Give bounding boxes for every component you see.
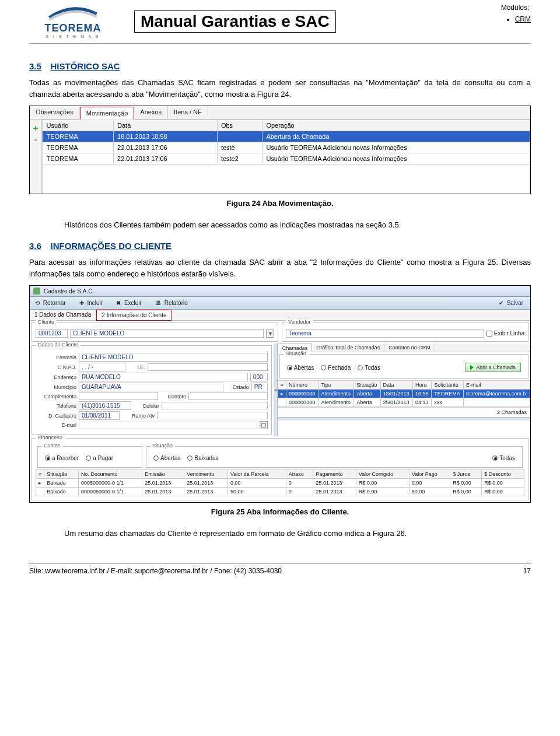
figure-25-screenshot: Cadastro de S.A.C. ⟲ Retornar ✚ Incluir …: [29, 285, 531, 503]
right-panel: Chamadas Gráfico Total de Chamadas Conta…: [277, 344, 530, 436]
table-row[interactable]: ▸ 000000000 Atendimento Aberta 18/01/201…: [278, 390, 530, 398]
financeiro-group: Financeiro Contas a Receber a Pagar Situ…: [32, 438, 528, 500]
modules-label: Módulos:: [501, 3, 531, 12]
salvar-button[interactable]: ✔ Salvar: [497, 299, 527, 307]
footer-contact: Site: www.teorema.inf.br / E-mail: supor…: [29, 567, 282, 575]
vendedor-value[interactable]: Teorema: [286, 329, 484, 338]
dropdown-icon[interactable]: ▾: [266, 330, 274, 338]
excluir-button[interactable]: ✖ Excluir: [114, 299, 145, 307]
municipio-input[interactable]: GUARAPUAVA: [79, 383, 223, 391]
tab-movimentacao[interactable]: Movimentação: [80, 107, 135, 120]
tab-anexos[interactable]: Anexos: [134, 106, 168, 119]
email-lookup-icon[interactable]: ▢: [260, 421, 268, 429]
dados-cliente-group: Dados do Cliente FantasiaCLIENTE MODELO …: [32, 345, 272, 434]
row-marker-icon: ≡: [34, 137, 37, 143]
cliente-group: Cliente 0001203 CLIENTE MODELO ▾: [32, 323, 278, 342]
checkbox-icon: [487, 331, 492, 337]
ie-input[interactable]: [148, 363, 268, 371]
chamadas-grid: ≡ Número Tipo Situação Data Hora Solicit…: [278, 380, 530, 407]
fig24-grid: Usuário Data Obs Operação TEOREMA 18.01.…: [42, 120, 530, 194]
tab-observacoes[interactable]: Observações: [30, 106, 80, 119]
complemento-input[interactable]: [79, 392, 158, 400]
section-3-6-head: 3.6 INFORMAÇÕES DO CLIENTE: [29, 241, 531, 251]
logo-swoosh-icon: [47, 6, 99, 22]
fig24-sidebar: ＋ ≡: [30, 120, 42, 194]
contato-input[interactable]: [188, 392, 268, 400]
logo-text: TEOREMA: [45, 22, 102, 34]
radio-abertas[interactable]: Abertas: [287, 365, 314, 371]
section-3-6-para: Para acessar as informações relativas ao…: [29, 257, 531, 279]
window-title: Cadastro de S.A.C.: [44, 288, 94, 295]
logo: TEOREMA S I S T E M A S: [29, 6, 117, 38]
col-usuario[interactable]: Usuário: [43, 120, 114, 131]
table-row[interactable]: TEOREMA 18.01.2013 10:58 Abertura da Cha…: [43, 131, 530, 142]
email-input[interactable]: [79, 422, 257, 429]
dcadastro-input[interactable]: 01/08/2011: [79, 411, 120, 420]
doc-title: Manual Garantias e SAC: [134, 10, 336, 33]
cnpj-input[interactable]: . . / -: [79, 363, 125, 371]
telefone-input[interactable]: (41)3016-1515: [79, 401, 131, 410]
fig25-toolbar: ⟲ Retornar ✚ Incluir ✖ Excluir 🖶 Relatór…: [30, 297, 530, 310]
estado-input[interactable]: PR: [251, 383, 268, 391]
figure-24-caption: Figura 24 Aba Movimentação.: [29, 199, 531, 208]
cliente-label: Cliente: [36, 319, 57, 325]
radio-fin-todas[interactable]: Todas: [492, 455, 515, 461]
col-obs[interactable]: Obs: [217, 120, 262, 131]
chamadas-count: 2 Chamadas: [278, 407, 530, 417]
fig25-main-tabs: 1 Dados da Chamada 2 Informações do Clie…: [30, 310, 530, 321]
radio-fin-abertas[interactable]: Abertas: [153, 455, 180, 461]
logo-subtext: S I S T E M A S: [46, 34, 100, 38]
radio-a-pagar[interactable]: a Pagar: [86, 455, 113, 461]
doc-footer: Site: www.teorema.inf.br / E-mail: supor…: [29, 563, 531, 575]
play-icon: [470, 365, 474, 370]
tab-info-cliente[interactable]: 2 Informações do Cliente: [96, 310, 172, 321]
cliente-code[interactable]: 0001203: [36, 329, 68, 338]
table-row[interactable]: Baixado 0000060000-0 1/1 25.01.2013 25.0…: [36, 488, 524, 496]
section-3-5-title: HISTÓRICO SAC: [50, 61, 120, 71]
table-row[interactable]: TEOREMA 22.01.2013 17:06 teste2 Usuário …: [43, 153, 530, 164]
endereco-input[interactable]: RUA MODELO: [79, 373, 248, 381]
financeiro-grid: ≡ Situação No. Documento Emissão Vencime…: [36, 469, 524, 496]
add-icon[interactable]: ＋: [32, 123, 40, 134]
tab-itens-nf[interactable]: Itens / NF: [168, 106, 208, 119]
incluir-button[interactable]: ✚ Incluir: [78, 299, 106, 307]
exibir-linha-checkbox[interactable]: Exibir Linha: [487, 330, 524, 337]
figure-24-screenshot: Observações Movimentação Anexos Itens / …: [29, 106, 531, 194]
window-icon: [33, 288, 40, 295]
modules-block: Módulos: CRM: [501, 3, 531, 23]
table-row[interactable]: TEOREMA 22.01.2013 17:06 teste Usuário T…: [43, 142, 530, 153]
page-number: 17: [523, 567, 531, 575]
table-row[interactable]: 000000000 Atendimento Aberta 25/01/2013 …: [278, 398, 530, 407]
situacao-group: Situação Abertas Fechada Todas Abrir a C…: [279, 354, 528, 378]
retornar-button[interactable]: ⟲ Retornar: [33, 299, 69, 307]
section-3-5-para: Todas as movimentações das Chamadas SAC …: [29, 77, 531, 100]
doc-header: TEOREMA S I S T E M A S Manual Garantias…: [29, 0, 531, 44]
ramo-input[interactable]: [157, 412, 268, 419]
fin-situacao-group: Situação Abertas Baixadas Todas: [146, 446, 523, 468]
section-3-6-num: 3.6: [29, 241, 41, 251]
abrir-chamada-button[interactable]: Abrir a Chamada: [465, 363, 521, 372]
right-subtabs: Chamadas Gráfico Total de Chamadas Conta…: [278, 344, 530, 352]
celular-input[interactable]: [162, 402, 268, 409]
table-row[interactable]: ▸ Baixado 0005000000-0 1/1 25.01.2013 25…: [36, 479, 524, 488]
section-3-6-title: INFORMAÇÕES DO CLIENTE: [50, 241, 172, 251]
mid-para: Históricos dos Clientes também podem ser…: [64, 219, 531, 231]
radio-todas[interactable]: Todas: [358, 365, 380, 371]
col-data[interactable]: Data: [114, 120, 218, 131]
radio-a-receber[interactable]: a Receber: [45, 455, 79, 461]
tab-grafico[interactable]: Gráfico Total de Chamadas: [312, 344, 384, 352]
end-para: Um resumo das chamadas do Cliente é repr…: [64, 528, 531, 539]
scrollbar[interactable]: [278, 417, 530, 420]
tab-contatos-crm[interactable]: Contatos no CRM: [384, 344, 435, 352]
vendedor-group: Vendedor Teorema Exibir Linha: [282, 323, 528, 342]
figure-25-caption: Figura 25 Aba Informações do Cliente.: [29, 507, 531, 516]
radio-fechada[interactable]: Fechada: [321, 365, 351, 371]
radio-fin-baixadas[interactable]: Baixadas: [187, 455, 218, 461]
fantasia-input[interactable]: CLIENTE MODELO: [79, 353, 268, 362]
dados-cliente-title: Dados do Cliente: [36, 342, 80, 348]
cliente-name[interactable]: CLIENTE MODELO: [70, 329, 264, 338]
col-operacao[interactable]: Operação: [262, 120, 530, 131]
relatorio-button[interactable]: 🖶 Relatório: [153, 299, 191, 307]
module-item: CRM: [515, 15, 531, 23]
endereco-num-input[interactable]: 000: [250, 373, 268, 381]
